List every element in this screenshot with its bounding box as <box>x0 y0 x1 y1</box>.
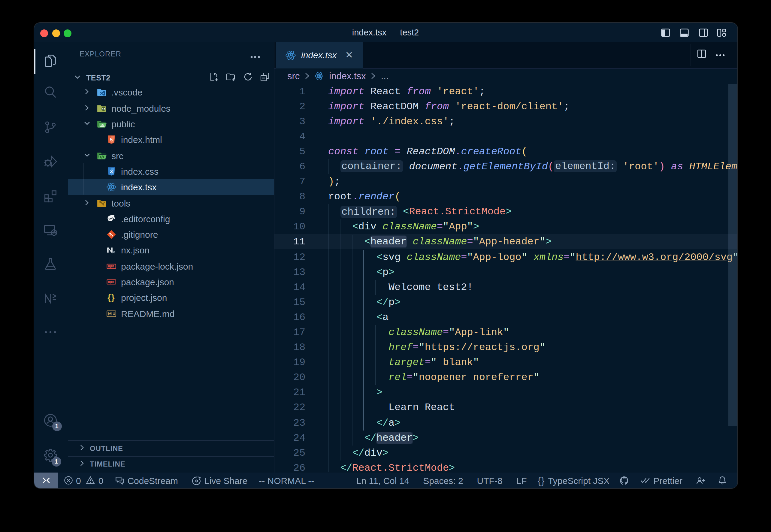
svg-text:5: 5 <box>110 137 113 142</box>
svg-text:JS: JS <box>101 107 105 110</box>
svg-text:3: 3 <box>110 169 113 174</box>
